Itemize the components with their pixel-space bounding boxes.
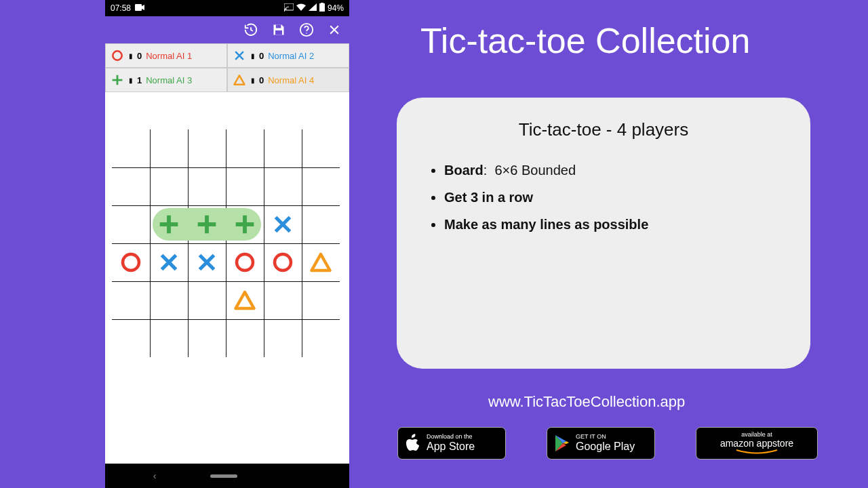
svg-rect-0: [135, 4, 142, 11]
board-cell[interactable]: [264, 205, 302, 243]
board-cell[interactable]: [226, 319, 264, 357]
board-cell[interactable]: [112, 243, 150, 281]
ai-badge-icon: ▮: [251, 77, 255, 84]
board-cell[interactable]: [226, 281, 264, 319]
player-score: 0: [259, 51, 264, 61]
player-score: 1: [137, 75, 142, 85]
board-cell[interactable]: [226, 129, 264, 167]
cast-icon: [284, 3, 294, 14]
bullet: Get 3 in a row: [444, 184, 783, 211]
svg-rect-3: [321, 3, 323, 4]
bullet: Make as many lines as possible: [444, 211, 783, 238]
board-area: [105, 92, 349, 469]
board-cell[interactable]: [112, 205, 150, 243]
board-cell[interactable]: [188, 205, 226, 243]
close-icon[interactable]: [328, 23, 341, 37]
board-cell[interactable]: [188, 167, 226, 205]
board-cell[interactable]: [264, 319, 302, 357]
player-score: 0: [137, 51, 142, 61]
svg-point-11: [275, 254, 291, 270]
board-cell[interactable]: [188, 319, 226, 357]
board-cell[interactable]: [150, 205, 188, 243]
board-cell[interactable]: [188, 281, 226, 319]
board-cell[interactable]: [302, 129, 340, 167]
score-panel: ▮ 0 Normal AI 1 ▮ 0 Normal AI 2 ▮ 1 Norm…: [105, 43, 349, 92]
info-card: Tic-tac-toe - 4 players Board: 6×6 Bound…: [397, 98, 810, 369]
play-icon: [554, 434, 570, 452]
ai-badge-icon: ▮: [129, 52, 133, 60]
board-cell[interactable]: [188, 243, 226, 281]
save-icon[interactable]: [272, 23, 285, 37]
player-name: Normal AI 4: [268, 75, 314, 85]
page-title: Tic-tac-toe Collection: [420, 20, 750, 61]
board-cell[interactable]: [302, 205, 340, 243]
svg-point-8: [113, 51, 121, 60]
board-cell[interactable]: [264, 167, 302, 205]
board-cell[interactable]: [112, 319, 150, 357]
phone-mockup: 07:58 94%: [105, 0, 349, 488]
google-play-badge[interactable]: GET IT ONGoogle Play: [547, 427, 655, 460]
svg-point-10: [237, 254, 253, 270]
svg-rect-2: [319, 3, 325, 12]
signal-icon: [309, 3, 317, 13]
player-cell-4[interactable]: ▮ 0 Normal AI 4: [227, 68, 349, 92]
apple-icon: [405, 434, 421, 453]
board-cell[interactable]: [264, 129, 302, 167]
ai-badge-icon: ▮: [251, 52, 255, 60]
svg-point-9: [123, 254, 139, 270]
board-cell[interactable]: [112, 167, 150, 205]
card-heading: Tic-tac-toe - 4 players: [424, 119, 783, 140]
game-board[interactable]: [112, 129, 342, 360]
player-name: Normal AI 3: [146, 75, 192, 85]
player-cell-1[interactable]: ▮ 0 Normal AI 1: [105, 43, 227, 68]
board-cell[interactable]: [150, 319, 188, 357]
board-cell[interactable]: [112, 281, 150, 319]
player-name: Normal AI 1: [146, 51, 192, 61]
player-name: Normal AI 2: [268, 51, 314, 61]
board-cell[interactable]: [302, 243, 340, 281]
status-bar: 07:58 94%: [105, 0, 349, 16]
wifi-icon: [296, 3, 306, 13]
back-icon[interactable]: ‹: [153, 470, 157, 481]
board-cell[interactable]: [188, 129, 226, 167]
board-cell[interactable]: [150, 243, 188, 281]
board-cell[interactable]: [264, 243, 302, 281]
plus-icon: [110, 73, 125, 87]
svg-point-7: [306, 33, 307, 33]
board-cell[interactable]: [264, 281, 302, 319]
circle-icon: [110, 48, 125, 63]
board-cell[interactable]: [150, 167, 188, 205]
board-cell[interactable]: [150, 281, 188, 319]
history-icon[interactable]: [243, 22, 258, 37]
app-store-badge[interactable]: Download on theApp Store: [397, 427, 506, 460]
board-cell[interactable]: [226, 205, 264, 243]
player-score: 0: [259, 75, 264, 85]
amazon-appstore-badge[interactable]: available at amazon appstore: [696, 427, 818, 460]
website-url: www.TicTacToeCollection.app: [488, 393, 685, 411]
player-cell-3[interactable]: ▮ 1 Normal AI 3: [105, 68, 227, 92]
amazon-smile-icon: [733, 449, 781, 455]
cross-icon: [232, 48, 247, 63]
board-cell[interactable]: [226, 167, 264, 205]
board-cell[interactable]: [302, 167, 340, 205]
store-badges: Download on theApp Store GET IT ONGoogle…: [397, 427, 818, 460]
app-bar: [105, 16, 349, 43]
board-cell[interactable]: [302, 319, 340, 357]
battery-icon: [319, 3, 325, 14]
ai-badge-icon: ▮: [129, 77, 133, 84]
battery-pct: 94%: [328, 3, 344, 13]
help-icon[interactable]: [299, 22, 314, 37]
player-cell-2[interactable]: ▮ 0 Normal AI 2: [227, 43, 349, 68]
camera-icon: [135, 3, 144, 13]
clock: 07:58: [111, 3, 131, 13]
bullet: Board: 6×6 Bounded: [444, 157, 783, 184]
svg-rect-5: [275, 30, 282, 35]
board-cell[interactable]: [302, 281, 340, 319]
board-cell[interactable]: [150, 129, 188, 167]
board-cell[interactable]: [226, 243, 264, 281]
card-bullets: Board: 6×6 Bounded Get 3 in a row Make a…: [424, 157, 783, 238]
android-nav-bar: ‹: [105, 464, 349, 488]
triangle-icon: [232, 73, 247, 87]
home-pill[interactable]: [210, 474, 237, 478]
board-cell[interactable]: [112, 129, 150, 167]
